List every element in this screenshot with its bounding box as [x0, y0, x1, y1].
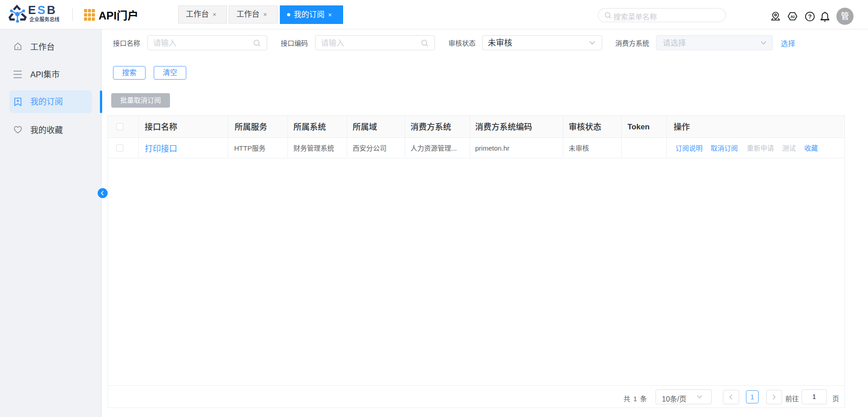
svg-text:AI: AI	[790, 14, 795, 19]
svg-text:?: ?	[808, 13, 812, 20]
